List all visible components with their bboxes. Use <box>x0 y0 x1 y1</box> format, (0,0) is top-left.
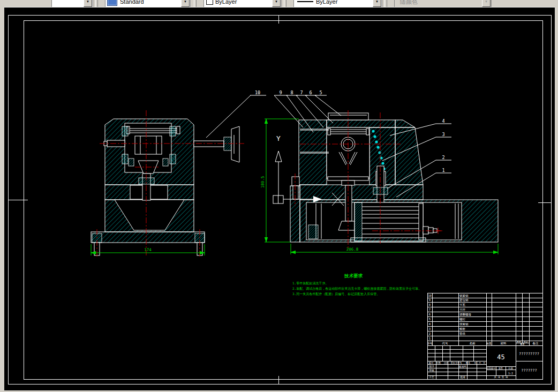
drawing-canvas[interactable]: 174 <box>4 7 555 390</box>
bom-row-name: 定位销 <box>459 298 469 302</box>
linetype-sample-icon <box>297 1 313 2</box>
note-line-2: 2.装配、调试合格后，各运动部件应灵活无卡滞，螺纹连接需紧固，防松装置应齐全可靠… <box>292 287 421 291</box>
material-value: 45 <box>497 353 504 361</box>
bom-header-name: 名称 <box>470 342 476 345</box>
callout-1: 1 <box>442 168 444 173</box>
callout-7: 7 <box>300 90 303 95</box>
label-change-doc: 更改文件号 <box>451 361 463 364</box>
bom-row-seq: 8 <box>429 303 431 306</box>
plotstyle-combo-value: 随颜色 <box>400 0 418 6</box>
label-date: 年、月、日 <box>474 361 486 364</box>
bom-header-weight: 重量 <box>520 343 525 345</box>
front-width-dim-text: 174 <box>144 247 152 252</box>
bom-row-seq: 5 <box>429 318 431 321</box>
toolbar-separator <box>95 0 98 7</box>
bom-row-seq: 2 <box>429 332 431 335</box>
front-view: 174 <box>91 110 244 258</box>
toolbar: ▼ Standard ▼ ByLayer ▼ ByLayer ▼ 随颜色 ▼ <box>0 0 558 7</box>
app-window: ▼ Standard ▼ ByLayer ▼ ByLayer ▼ 随颜色 ▼ <box>0 0 558 392</box>
side-height-dim-text: 180.5 <box>260 176 265 189</box>
bom-row-name: 螺钉 <box>459 318 466 321</box>
color-swatch-icon <box>206 0 213 5</box>
label-audit: 审核 <box>429 368 434 372</box>
label-sign: 签名 <box>466 361 470 364</box>
label-count: 处数 <box>436 361 441 364</box>
bom-row-name: 卡瓦 <box>459 303 466 307</box>
bom-header-code: 代号 <box>442 342 449 345</box>
technical-notes: 技术要求 1.零件装配前清洗干净。 2.装配、调试合格后，各运动部件应灵活无卡滞… <box>292 273 421 296</box>
callout-10: 10 <box>255 90 260 95</box>
toolbar-separator <box>384 0 387 7</box>
bom-row-name: 垫块 <box>459 332 466 336</box>
bom-header-material: 材料 <box>500 342 507 345</box>
label-standardize: 标准化 <box>458 365 466 368</box>
side-width-dimension: 206.8 <box>291 244 498 254</box>
axis-y-label: Y <box>276 134 281 142</box>
bom-header-seq: 序号 <box>427 342 433 345</box>
doc-code: ??????? <box>521 368 537 373</box>
chevron-down-icon[interactable]: ▼ <box>373 0 381 7</box>
label-scale: 比例 <box>508 367 512 370</box>
note-line-1: 1.零件装配前清洗干净。 <box>292 281 328 285</box>
callout-6: 6 <box>309 90 312 95</box>
chevron-down-icon: ▼ <box>482 0 491 7</box>
style-combo-value: Standard <box>120 0 144 5</box>
cad-drawing: 174 <box>4 7 555 390</box>
side-width-dim-text: 206.8 <box>346 247 359 252</box>
label-weight: 重量 <box>499 367 503 370</box>
bom-row-seq: 1 <box>429 337 431 340</box>
front-width-dimension: 174 <box>91 244 205 255</box>
callout-8: 8 <box>290 90 293 95</box>
note-line-3: 3.同一夹具各件配作（配磨）后编号、标记后配套入库保管。 <box>292 292 380 296</box>
color-combo-value: ByLayer <box>215 0 237 5</box>
label-process: 工艺 <box>429 375 434 379</box>
callout-5: 5 <box>319 90 322 95</box>
chevron-down-icon[interactable]: ▼ <box>84 0 92 7</box>
bom-header-qty: 数量 <box>487 342 492 345</box>
sheet-count: 共 张 第 张 <box>494 376 508 379</box>
side-view: Y 180.5 206.8 <box>260 110 498 254</box>
style-icon <box>107 0 117 6</box>
scale-value: 1:2 <box>508 372 513 375</box>
toolbar-separator <box>194 0 197 7</box>
bom-row-name: 弹簧销 <box>459 322 469 326</box>
linetype-combo-value: ByLayer <box>316 0 337 5</box>
bom-row-seq: 10 <box>428 294 432 297</box>
chevron-down-icon[interactable]: ▼ <box>272 0 281 7</box>
bom-row-seq: 3 <box>429 327 431 330</box>
linetype-combo[interactable]: ByLayer ▼ <box>293 0 382 7</box>
bom-row-name: 卡环 <box>459 308 466 311</box>
bom-row-name: 铜套 <box>459 327 466 330</box>
workspace-combo[interactable]: ▼ <box>51 0 93 7</box>
callout-9: 9 <box>279 90 282 95</box>
style-combo[interactable]: Standard ▼ <box>105 0 191 7</box>
bom-row-seq: 7 <box>429 308 431 311</box>
title-block: 序号 代号 名称 数量 材料 单件 总计 重量 备注 10 锁紧销 9 定位销 … <box>427 293 542 379</box>
color-combo[interactable]: ByLayer ▼ <box>203 0 282 7</box>
bom-row-seq: 6 <box>429 313 431 316</box>
notes-title: 技术要求 <box>344 273 363 278</box>
bom-header-remark: 备注 <box>533 342 539 345</box>
toolbar-separator <box>284 0 286 7</box>
bom-row-name: 调整螺母 <box>459 313 472 316</box>
callout-4: 4 <box>442 118 444 124</box>
callout-2: 2 <box>442 155 444 160</box>
bom-row-name: 锁紧销 <box>459 294 469 297</box>
label-stage: 阶段标记 <box>487 367 496 370</box>
label-design: 设计 <box>428 365 434 368</box>
chevron-down-icon[interactable]: ▼ <box>181 0 190 7</box>
label-zone: 分区 <box>444 361 449 364</box>
plotstyle-combo: 随颜色 ▼ <box>394 0 492 7</box>
bom-row-seq: 4 <box>429 322 431 326</box>
doc-name: ????????? <box>519 352 539 356</box>
callout-3: 3 <box>442 132 444 137</box>
bom-row-seq: 9 <box>429 298 431 301</box>
